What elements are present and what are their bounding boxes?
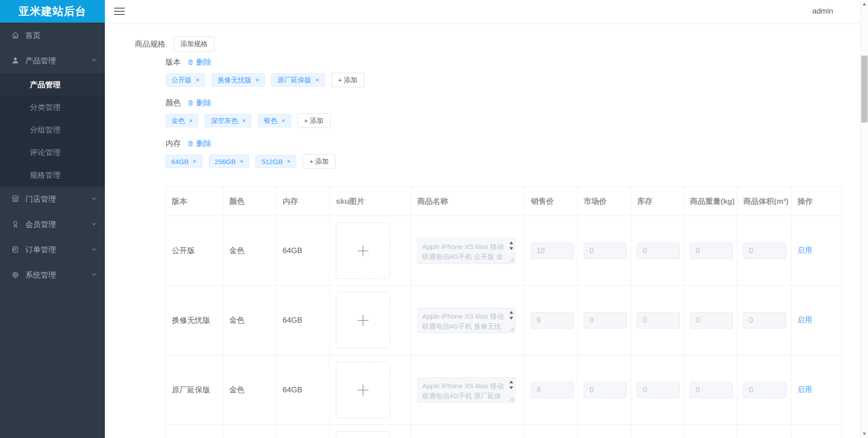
sidebar-item-label: 门店管理 bbox=[25, 194, 91, 204]
tag-close-icon[interactable]: × bbox=[242, 118, 245, 124]
scrollbar-thumb[interactable] bbox=[861, 56, 868, 122]
tag-label: 原厂延保版 bbox=[277, 76, 311, 85]
cell-color: 金色 bbox=[223, 286, 277, 355]
sku-image-upload[interactable] bbox=[336, 292, 390, 349]
sale-price-input[interactable] bbox=[531, 243, 574, 259]
topbar: admin bbox=[105, 0, 860, 23]
weight-input[interactable] bbox=[690, 312, 733, 329]
tag-close-icon[interactable]: × bbox=[315, 77, 319, 83]
tag-close-icon[interactable]: × bbox=[287, 158, 290, 165]
resize-grip-icon[interactable] bbox=[509, 397, 514, 401]
sidebar-item-order-management[interactable]: 订单管理 bbox=[0, 237, 105, 262]
tag-close-icon[interactable]: × bbox=[281, 118, 285, 124]
sku-image-upload[interactable] bbox=[336, 222, 390, 279]
column-header: 版本 bbox=[166, 187, 223, 216]
stock-input[interactable] bbox=[637, 243, 680, 259]
trash-icon bbox=[187, 99, 194, 106]
enable-link[interactable]: 启用 bbox=[797, 246, 812, 254]
spec-group-name: 颜色 bbox=[165, 98, 181, 108]
market-price-input[interactable] bbox=[584, 243, 627, 259]
column-header: 市场价 bbox=[578, 187, 631, 216]
market-price-input[interactable] bbox=[584, 382, 627, 398]
product-name-textarea[interactable]: Apple iPhone XS Max 移动联通电信4G手机 公开版 金 bbox=[417, 238, 515, 264]
tag-label: 深空灰色 bbox=[211, 117, 238, 125]
market-price-input[interactable] bbox=[584, 312, 627, 329]
volume-input[interactable] bbox=[743, 243, 786, 259]
scroll-down-icon[interactable] bbox=[509, 247, 513, 250]
textarea-scrollbar[interactable] bbox=[508, 239, 514, 263]
scroll-down-icon[interactable] bbox=[509, 317, 513, 320]
sku-image-upload[interactable] bbox=[336, 362, 390, 418]
resize-grip-icon[interactable] bbox=[509, 258, 514, 262]
enable-link[interactable]: 启用 bbox=[797, 316, 812, 324]
plus-icon bbox=[356, 314, 370, 327]
volume-input[interactable] bbox=[743, 382, 786, 398]
product-name-text: Apple iPhone XS Max 移动联通电信4G手机 换修无忧 bbox=[418, 308, 507, 333]
add-spec-value-button[interactable]: + 添加 bbox=[302, 154, 335, 169]
scrollbar-up-arrow-icon[interactable] bbox=[863, 3, 866, 5]
stock-input[interactable] bbox=[637, 382, 680, 398]
trash-icon bbox=[187, 140, 194, 147]
resize-grip-icon[interactable] bbox=[509, 327, 514, 332]
submenu-item-label: 产品管理 bbox=[30, 80, 61, 90]
spec-value-tag: 银色 × bbox=[258, 114, 291, 127]
sidebar-subitem-spec-management[interactable]: 规格管理 bbox=[0, 164, 105, 186]
enable-link[interactable]: 启用 bbox=[797, 386, 812, 393]
weight-input[interactable] bbox=[690, 382, 733, 398]
sidebar-subitem-product-management[interactable]: 产品管理 bbox=[0, 73, 105, 96]
sidebar-subitem-group-management[interactable]: 分组管理 bbox=[0, 118, 105, 141]
scroll-down-icon[interactable] bbox=[509, 386, 513, 389]
textarea-scrollbar[interactable] bbox=[508, 309, 514, 332]
sidebar-item-label: 会员管理 bbox=[25, 219, 91, 230]
scroll-up-icon[interactable] bbox=[509, 381, 513, 383]
home-icon bbox=[11, 31, 20, 40]
sidebar-item-system-management[interactable]: 系统管理 bbox=[0, 262, 105, 287]
sidebar-item-member-management[interactable]: 会员管理 bbox=[0, 212, 105, 237]
sidebar-item-home[interactable]: 首页 bbox=[0, 23, 105, 48]
order-icon bbox=[11, 245, 20, 254]
tag-close-icon[interactable]: × bbox=[193, 158, 196, 165]
weight-input[interactable] bbox=[690, 243, 733, 259]
tag-label: 换修无忧版 bbox=[217, 76, 251, 85]
sidebar-subitem-category-management[interactable]: 分类管理 bbox=[0, 96, 105, 118]
cell-version: 换修无忧版 bbox=[166, 286, 223, 355]
sku-image-upload[interactable] bbox=[336, 431, 390, 438]
tag-label: 银色 bbox=[264, 117, 277, 125]
spec-value-tag: 换修无忧版 × bbox=[212, 73, 265, 87]
tag-close-icon[interactable]: × bbox=[240, 158, 243, 165]
main-content: 商品规格 添加规格 版本 删除 公开版 × 换修无忧版 × 原厂延保版 bbox=[105, 23, 860, 438]
scrollbar-down-arrow-icon[interactable] bbox=[863, 433, 866, 435]
member-icon bbox=[11, 220, 20, 229]
sidebar-item-product-management[interactable]: 产品管理 bbox=[0, 48, 105, 73]
sidebar: 亚米建站后台 首页 产品管理 产品管理 分类管理 bbox=[0, 0, 105, 438]
chevron-down-icon bbox=[91, 194, 97, 203]
add-spec-value-button[interactable]: + 添加 bbox=[297, 113, 330, 128]
page-scrollbar[interactable] bbox=[860, 0, 868, 438]
sale-price-input[interactable] bbox=[531, 312, 574, 329]
spec-groups: 版本 删除 公开版 × 换修无忧版 × 原厂延保版 × + 添加 bbox=[165, 53, 860, 169]
column-header: 商品名称 bbox=[411, 187, 525, 216]
delete-spec-group-link[interactable]: 删除 bbox=[187, 138, 212, 149]
user-menu[interactable]: admin bbox=[812, 7, 833, 16]
sidebar-item-store-management[interactable]: 门店管理 bbox=[0, 186, 105, 212]
delete-spec-group-link[interactable]: 删除 bbox=[187, 98, 212, 108]
product-name-text: Apple iPhone XS Max 移动联通电信4G手机 原厂延保 bbox=[418, 378, 507, 402]
scroll-up-icon[interactable] bbox=[509, 311, 513, 314]
textarea-scrollbar[interactable] bbox=[508, 378, 514, 402]
volume-input[interactable] bbox=[743, 312, 786, 329]
stock-input[interactable] bbox=[637, 312, 680, 329]
sidebar-subitem-comment-management[interactable]: 评论管理 bbox=[0, 141, 105, 164]
add-spec-value-button[interactable]: + 添加 bbox=[331, 73, 364, 87]
chevron-up-icon bbox=[91, 56, 97, 65]
sale-price-input[interactable] bbox=[531, 382, 574, 398]
product-name-textarea[interactable]: Apple iPhone XS Max 移动联通电信4G手机 换修无忧 bbox=[417, 308, 515, 333]
scroll-up-icon[interactable] bbox=[509, 241, 513, 244]
add-spec-button[interactable]: 添加规格 bbox=[174, 36, 214, 52]
tag-close-icon[interactable]: × bbox=[196, 77, 199, 83]
product-name-textarea[interactable]: Apple iPhone XS Max 移动联通电信4G手机 原厂延保 bbox=[417, 377, 515, 403]
tag-close-icon[interactable]: × bbox=[255, 77, 259, 83]
delete-label: 删除 bbox=[196, 57, 212, 67]
delete-spec-group-link[interactable]: 删除 bbox=[187, 57, 212, 67]
tag-close-icon[interactable]: × bbox=[189, 118, 193, 124]
hamburger-menu-icon[interactable] bbox=[114, 5, 125, 17]
